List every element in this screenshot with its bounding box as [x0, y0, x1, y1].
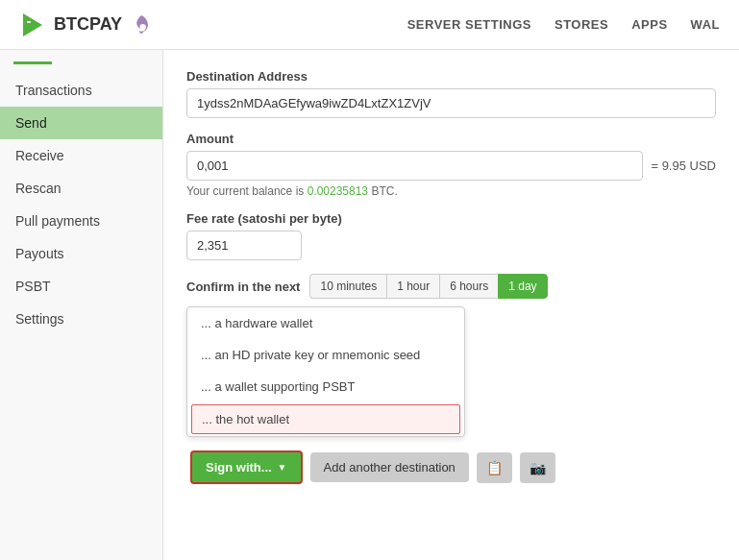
- layout: Transactions Send Receive Rescan Pull pa…: [0, 50, 739, 560]
- main-content: Destination Address Amount = 9.95 USD Yo…: [163, 50, 739, 560]
- confirm-label: Confirm in the next: [186, 280, 300, 294]
- balance-amount: 0.00235813: [308, 184, 368, 198]
- dropdown-item-hd-key[interactable]: ... an HD private key or mnemonic seed: [187, 339, 464, 371]
- action-row: Sign with... ▼ Add another destination 📋…: [186, 443, 716, 492]
- copy-button[interactable]: 📋: [477, 452, 512, 483]
- sidebar: Transactions Send Receive Rescan Pull pa…: [0, 50, 163, 560]
- amount-input[interactable]: [186, 151, 643, 181]
- amount-row: = 9.95 USD: [186, 151, 716, 181]
- sign-with-button[interactable]: Sign with... ▼: [190, 450, 303, 484]
- destination-label: Destination Address: [186, 69, 716, 84]
- fee-group: Fee rate (satoshi per byte): [186, 211, 716, 260]
- sidebar-divider: [13, 61, 52, 64]
- fee-label: Fee rate (satoshi per byte): [186, 211, 716, 226]
- btcpay-logo-icon: [19, 12, 46, 38]
- nav-server-settings[interactable]: SERVER SETTINGS: [407, 17, 531, 32]
- dropdown-item-hardware[interactable]: ... a hardware wallet: [187, 307, 464, 339]
- sidebar-item-pull-payments[interactable]: Pull payments: [0, 205, 162, 237]
- sign-with-dropdown: ... a hardware wallet ... an HD private …: [186, 306, 716, 492]
- dropdown-menu: ... a hardware wallet ... an HD private …: [186, 306, 465, 437]
- tor-icon: [130, 13, 153, 37]
- amount-group: Amount = 9.95 USD Your current balance i…: [186, 132, 716, 198]
- dropdown-item-psbt[interactable]: ... a wallet supporting PSBT: [187, 371, 464, 402]
- header: BTCPAY SERVER SETTINGS STORES APPS WAL: [0, 0, 739, 50]
- header-left: BTCPAY: [19, 12, 153, 38]
- sidebar-item-settings[interactable]: Settings: [0, 303, 162, 335]
- sign-with-label: Sign with...: [206, 460, 272, 475]
- logo-text: BTCPAY: [54, 14, 122, 35]
- time-btn-1hour[interactable]: 1 hour: [386, 274, 439, 299]
- destination-input[interactable]: [186, 88, 716, 118]
- time-btn-6hours[interactable]: 6 hours: [439, 274, 498, 299]
- balance-currency: BTC.: [368, 184, 398, 198]
- balance-label: Your current balance is: [186, 184, 308, 198]
- balance-text: Your current balance is 0.00235813 BTC.: [186, 184, 716, 198]
- sidebar-item-rescan[interactable]: Rescan: [0, 172, 162, 205]
- amount-label: Amount: [186, 132, 716, 146]
- sidebar-item-payouts[interactable]: Payouts: [0, 237, 162, 270]
- add-destination-button[interactable]: Add another destination: [310, 452, 469, 482]
- dropdown-arrow-icon: ▼: [278, 462, 287, 473]
- amount-usd: = 9.95 USD: [651, 158, 716, 173]
- nav-stores[interactable]: STORES: [554, 17, 608, 32]
- sidebar-item-transactions[interactable]: Transactions: [0, 74, 162, 107]
- svg-rect-1: [27, 21, 31, 23]
- camera-button[interactable]: 📷: [520, 452, 555, 483]
- sidebar-item-receive[interactable]: Receive: [0, 139, 162, 172]
- header-nav: SERVER SETTINGS STORES APPS WAL: [407, 17, 720, 32]
- time-btn-10min[interactable]: 10 minutes: [309, 274, 386, 299]
- svg-marker-0: [23, 13, 42, 37]
- dropdown-item-hot-wallet[interactable]: ... the hot wallet: [191, 404, 460, 434]
- fee-input[interactable]: [186, 231, 302, 260]
- nav-wal[interactable]: WAL: [691, 17, 720, 32]
- destination-group: Destination Address: [186, 69, 716, 118]
- time-btn-1day[interactable]: 1 day: [498, 274, 547, 299]
- camera-icon: 📷: [530, 460, 546, 475]
- confirm-row: Confirm in the next 10 minutes 1 hour 6 …: [186, 274, 716, 299]
- sidebar-item-send[interactable]: Send: [0, 107, 162, 139]
- nav-apps[interactable]: APPS: [631, 17, 667, 32]
- sidebar-item-psbt[interactable]: PSBT: [0, 270, 162, 303]
- copy-icon: 📋: [486, 460, 503, 475]
